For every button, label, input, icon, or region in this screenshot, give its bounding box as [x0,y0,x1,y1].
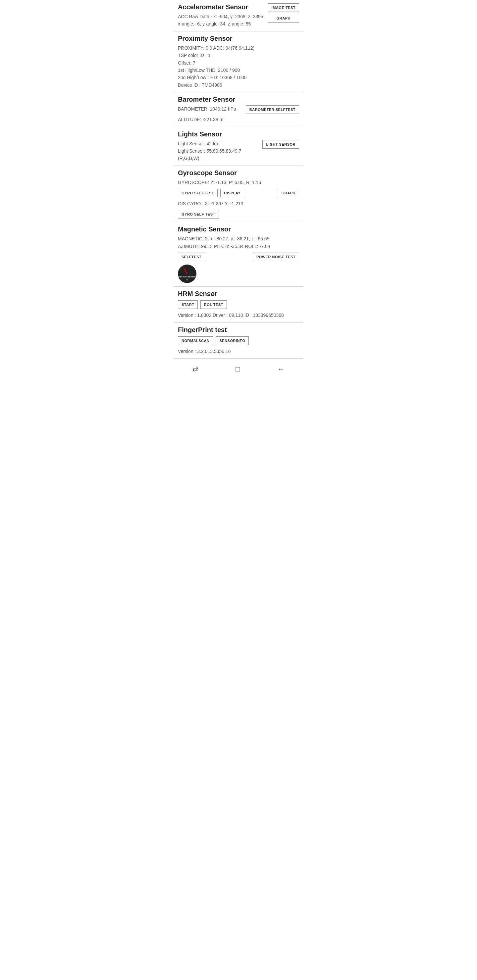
barometer-section: Barometer Sensor BAROMETER: 1040.12 hPa … [174,92,303,127]
ois-gyro-data: OIS GYRO : X: -1.267 Y: -1.213 [178,200,299,207]
magnetic-selftest-button[interactable]: SELFTEST [178,253,205,261]
compass-needle [183,267,187,274]
magnetic-section: Magnetic Sensor MAGNETIC: 2, x: -80.27, … [174,222,303,287]
acc-graph-button[interactable]: GRAPH [268,14,299,22]
acc-raw-data: ACC Raw Data - x: -504, y: 2368, z: 3395 [178,13,263,20]
proximity-line4: 1st High/Low THD: 2100 / 900 [178,67,299,74]
gyro-display-button[interactable]: DISPLAY [220,189,244,197]
barometer-altitude: ALTITUDE: -221.38 m [178,116,299,123]
light-sensor-button[interactable]: LIGHT SENSOR [262,140,299,149]
hrm-section: HRM Sensor START EOL TEST Version : 1.83… [174,287,303,323]
gyroscope-data: GYROSCOPE: Y: -1.13, P: 6.05, R: 1.16 [178,179,299,186]
accelerometer-section: Accelerometer Sensor ACC Raw Data - x: -… [174,0,303,32]
hrm-start-button[interactable]: START [178,300,198,309]
gyroscope-title: Gyroscope Sensor [178,169,299,177]
barometer-pressure: BAROMETER: 1040.12 hPa [178,105,236,113]
hrm-eol-button[interactable]: EOL TEST [200,300,227,309]
fingerprint-version: Version : 3.2.013.5356.16 [178,348,299,355]
gyroscope-section: Gyroscope Sensor GYROSCOPE: Y: -1.13, P:… [174,166,303,223]
proximity-section: Proximity Sensor PROXIMITY: 0.0 ADC: 94(… [174,32,303,92]
lights-title: Lights Sensor [178,130,299,138]
bottom-navigation: ⇆ □ ← [174,360,303,378]
barometer-title: Barometer Sensor [178,96,299,103]
gyro-self-test-button[interactable]: GYRO SELF TEST [178,210,219,218]
proximity-title: Proximity Sensor [178,35,299,42]
proximity-line2: TSP color ID : 1 [178,52,299,59]
sensorinfo-button[interactable]: SENSORINFO [215,336,249,345]
acc-angles: x-angle: -6, y-angle: 34, z-angle: 55 [178,20,263,27]
fingerprint-section: FingerPrint test NORMALSCAN SENSORINFO V… [174,323,303,359]
light-line2: Light Sensor: 55,80,65,83,49,7 (R,G,B,W) [178,147,260,162]
home-icon[interactable]: □ [236,365,240,374]
hrm-version: Version : 1.8302 Driver : 09.110 ID : 13… [178,312,299,319]
proximity-line5: 2nd High/Low THD: 16368 / 1000 [178,74,299,81]
recent-apps-icon[interactable]: ⇆ [193,365,198,374]
hrm-title: HRM Sensor [178,290,299,298]
magnetic-title: Magnetic Sensor [178,226,299,233]
magnetic-line2: AZIMUTH: 99.13 PITCH: -35.34 ROLL: -7.04 [178,243,299,250]
barometer-selftest-button[interactable]: BAROMETER SELFTEST [246,105,299,114]
proximity-line1: PROXIMITY: 0.0 ADC: 94(76,94,112) [178,45,299,52]
gyro-selftest-button[interactable]: GYRO SELFTEST [178,189,218,197]
accelerometer-title: Accelerometer Sensor [178,3,263,11]
compass-widget: need for calibration0 [178,264,196,283]
power-noise-button[interactable]: POWER NOISE TEST [253,253,299,261]
fingerprint-title: FingerPrint test [178,326,299,334]
light-line1: Light Sensor: 42 lux [178,140,260,147]
proximity-line3: Offset: 7 [178,59,299,67]
proximity-line6: Device ID : TMD4906 [178,81,299,89]
gyro-graph-button[interactable]: GRAPH [278,189,299,197]
image-test-button[interactable]: IMAGE TEST [268,3,299,12]
normalscan-button[interactable]: NORMALSCAN [178,336,213,345]
back-icon[interactable]: ← [277,365,284,374]
compass-text: need for calibration0 [178,275,196,281]
magnetic-line1: MAGNETIC: 2, x: -80.27, y: -86.21, z: -6… [178,235,299,242]
lights-section: Lights Sensor Light Sensor: 42 lux Light… [174,127,303,166]
